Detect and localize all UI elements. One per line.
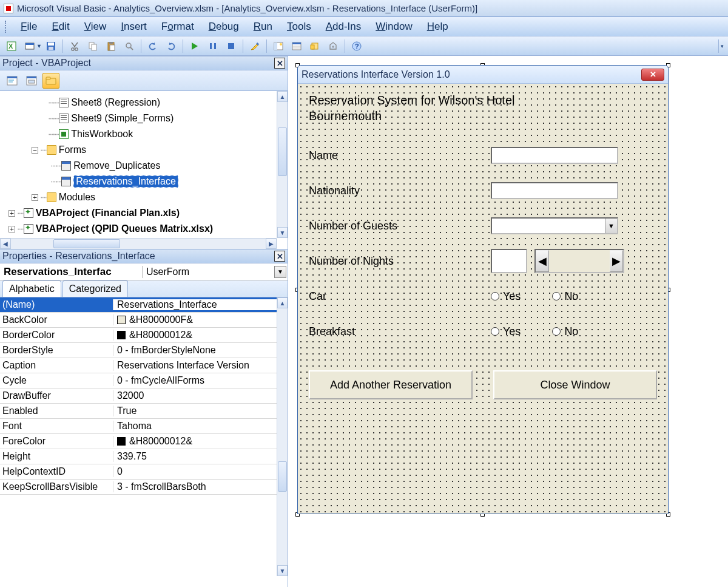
property-row[interactable]: BackColor&H8000000F& [0, 313, 277, 328]
menu-help[interactable]: Help [420, 18, 456, 35]
property-value[interactable]: Tahoma [113, 421, 277, 432]
copy-button[interactable] [84, 38, 101, 54]
tree-vertical-scrollbar[interactable]: ▲ ▼ [277, 91, 288, 238]
properties-object-selector[interactable]: Reservations_Interfac UserForm ▼ [0, 263, 288, 280]
toolbox-button[interactable] [325, 38, 342, 54]
property-value[interactable]: 0 - fmBorderStyleNone [113, 345, 277, 356]
paste-button[interactable] [103, 38, 120, 54]
property-value[interactable]: Reservations_Interface [113, 299, 277, 310]
properties-grid[interactable]: (Name)Reservations_InterfaceBackColor&H8… [0, 297, 288, 587]
insert-button[interactable] [21, 38, 38, 54]
property-value[interactable]: 32000 [113, 390, 277, 401]
property-row[interactable]: FontTahoma [0, 419, 277, 434]
property-row[interactable]: BorderColor&H80000012& [0, 328, 277, 343]
tab-alphabetic[interactable]: Alphabetic [2, 280, 61, 297]
guests-combobox[interactable]: ▼ [491, 217, 618, 234]
form-designer-surface[interactable]: Reservations Interface Version 1.0 ✕ Res… [288, 56, 728, 587]
nights-input[interactable] [491, 249, 527, 273]
save-button[interactable] [42, 38, 59, 54]
userform-close-button[interactable]: ✕ [641, 69, 664, 81]
property-row[interactable]: EnabledTrue [0, 404, 277, 419]
property-row[interactable]: HelpContextID0 [0, 464, 277, 480]
property-value[interactable]: 0 - fmCycleAllForms [113, 375, 277, 386]
scroll-thumb[interactable] [53, 239, 120, 248]
project-panel-close-button[interactable]: ✕ [274, 58, 285, 69]
tree-node-modules[interactable]: Modules [59, 192, 95, 203]
expand-icon[interactable]: + [8, 226, 15, 232]
view-excel-button[interactable]: X [3, 38, 20, 54]
scroll-right-icon[interactable]: ▶ [266, 239, 277, 249]
menu-insert[interactable]: Insert [113, 18, 154, 35]
dropdown-arrow-icon[interactable]: ▼ [36, 43, 42, 49]
tree-node-sheet8[interactable]: Sheet8 (Regression) [71, 97, 160, 108]
menu-view[interactable]: View [77, 18, 114, 35]
property-value[interactable]: 0 [113, 466, 277, 477]
property-row[interactable]: (Name)Reservations_Interface [0, 297, 277, 313]
break-button[interactable] [204, 38, 221, 54]
property-value[interactable]: Reservations Interface Version [113, 360, 277, 371]
close-window-button[interactable]: Close Window [493, 370, 657, 399]
tree-node-vbaproject-financial[interactable]: VBAProject (Financial Plan.xls) [36, 208, 180, 219]
tree-node-forms[interactable]: Forms [59, 144, 86, 155]
tree-node-vbaproject-qpid[interactable]: VBAProject (QPID Queues Matrix.xlsx) [36, 223, 214, 234]
userform-window[interactable]: Reservations Interface Version 1.0 ✕ Res… [297, 65, 669, 514]
property-row[interactable]: Height339.75 [0, 449, 277, 464]
property-row[interactable]: BorderStyle0 - fmBorderStyleNone [0, 343, 277, 358]
menu-format[interactable]: Format [154, 18, 201, 35]
undo-button[interactable] [144, 38, 161, 54]
cut-button[interactable] [66, 38, 83, 54]
menu-edit[interactable]: Edit [44, 18, 76, 35]
design-mode-button[interactable] [246, 38, 263, 54]
help-button[interactable]: ? [348, 38, 365, 54]
toolbar-overflow-icon[interactable]: ▾ [718, 39, 726, 53]
scroll-left-icon[interactable]: ◀ [0, 239, 11, 249]
tree-node-remove-duplicates[interactable]: Remove_Duplicates [73, 160, 160, 171]
scroll-right-icon[interactable]: ▶ [610, 250, 623, 272]
property-value[interactable]: True [113, 405, 277, 416]
property-row[interactable]: ForeColor&H80000012& [0, 434, 277, 449]
scroll-thumb[interactable] [278, 127, 287, 176]
tree-node-sheet9[interactable]: Sheet9 (Simple_Forms) [71, 113, 174, 124]
scroll-left-icon[interactable]: ◀ [536, 250, 549, 272]
property-value[interactable]: &H80000012& [113, 330, 277, 341]
expand-icon[interactable]: + [8, 210, 15, 217]
property-value[interactable]: &H80000012& [113, 436, 277, 447]
nationality-input[interactable] [491, 182, 618, 199]
menu-tools[interactable]: Tools [280, 18, 318, 35]
nights-scrollbar[interactable]: ◀ ▶ [534, 249, 624, 273]
property-row[interactable]: Cycle0 - fmCycleAllForms [0, 373, 277, 389]
project-tree[interactable]: ┈┈Sheet8 (Regression) ┈┈Sheet9 (Simple_F… [0, 91, 288, 249]
properties-vertical-scrollbar[interactable]: ▲ ▼ [277, 297, 288, 576]
breakfast-yes-radio[interactable]: Yes [491, 325, 521, 338]
menu-file[interactable]: File [13, 18, 44, 35]
scroll-down-icon[interactable]: ▼ [277, 227, 288, 238]
car-no-radio[interactable]: No [552, 290, 578, 303]
property-row[interactable]: KeepScrollBarsVisible3 - fmScrollBarsBot… [0, 480, 277, 495]
property-value[interactable]: 339.75 [113, 451, 277, 462]
view-object-button[interactable] [23, 73, 40, 89]
toggle-folders-button[interactable] [42, 73, 59, 89]
dropdown-arrow-icon[interactable]: ▼ [274, 266, 286, 278]
scroll-up-icon[interactable]: ▲ [277, 297, 288, 308]
car-yes-radio[interactable]: Yes [491, 290, 521, 303]
dropdown-arrow-icon[interactable]: ▼ [605, 219, 617, 233]
reset-button[interactable] [223, 38, 240, 54]
project-explorer-button[interactable] [270, 38, 287, 54]
scroll-down-icon[interactable]: ▼ [277, 565, 288, 576]
collapse-icon[interactable]: − [32, 147, 38, 154]
redo-button[interactable] [163, 38, 180, 54]
property-row[interactable]: CaptionReservations Interface Version [0, 358, 277, 373]
menu-addins[interactable]: Add-Ins [318, 18, 369, 35]
find-button[interactable] [121, 38, 138, 54]
property-value[interactable]: 3 - fmScrollBarsBoth [113, 481, 277, 492]
tree-horizontal-scrollbar[interactable]: ◀ ▶ [0, 238, 277, 249]
tree-node-reservations-interface[interactable]: Reservations_Interface [73, 175, 178, 188]
add-reservation-button[interactable]: Add Another Reservation [309, 370, 473, 399]
scroll-up-icon[interactable]: ▲ [277, 91, 288, 102]
menu-run[interactable]: Run [246, 18, 280, 35]
run-button[interactable] [186, 38, 203, 54]
view-code-button[interactable] [4, 73, 21, 89]
object-browser-button[interactable] [306, 38, 323, 54]
expand-icon[interactable]: + [32, 194, 38, 201]
property-value[interactable]: &H8000000F& [113, 314, 277, 325]
